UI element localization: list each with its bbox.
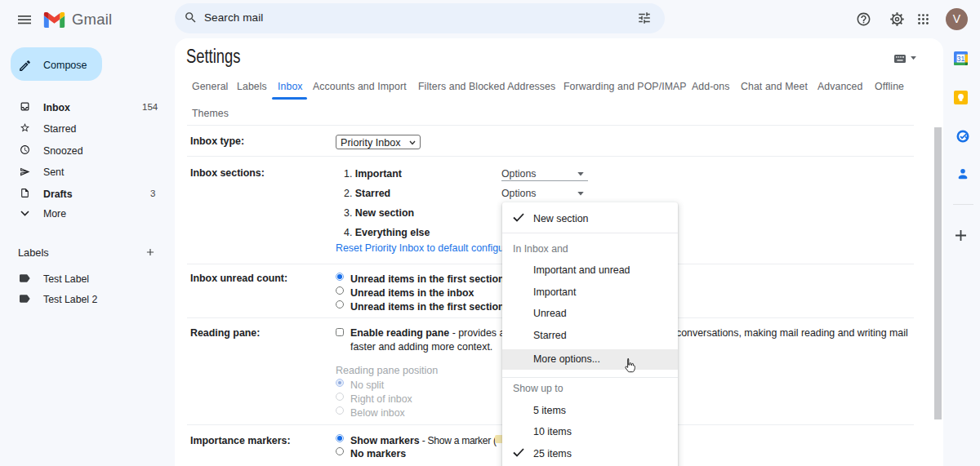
svg-text:31: 31 <box>957 55 965 63</box>
